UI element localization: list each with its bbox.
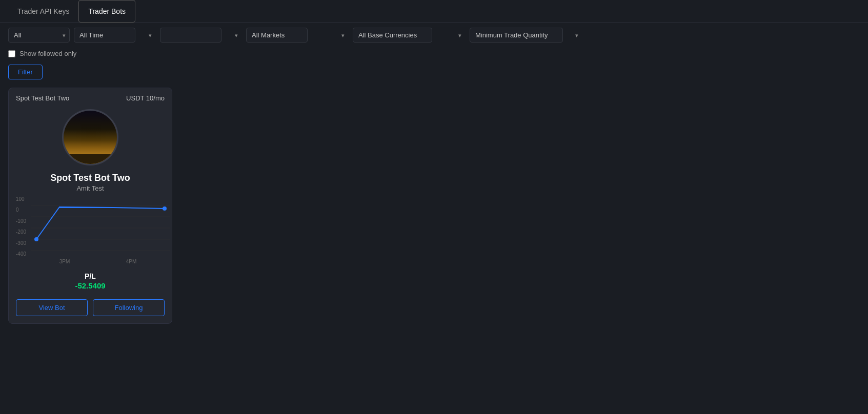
chart-y-labels: 100 0 -100 -200 -300 -400 [16, 196, 26, 257]
tab-trader-bots[interactable]: Trader Bots [78, 0, 135, 23]
chart-svg [31, 196, 170, 255]
card-bot-name-top: Spot Test Bot Two [16, 94, 69, 102]
base-currencies-filter[interactable]: All Base Currencies BTC ETH USDT [353, 28, 432, 43]
y-label-neg200: -200 [16, 229, 26, 235]
y-label-neg400: -400 [16, 251, 26, 257]
card-footer: View Bot Following [9, 294, 172, 323]
filter-button[interactable]: Filter [8, 65, 43, 79]
type-filter-wrapper: All Spot Futures [8, 28, 70, 43]
search-filter[interactable] [160, 28, 221, 43]
pl-label: P/L [16, 272, 165, 280]
x-label-3pm: 3PM [59, 259, 70, 264]
chart-svg-wrapper [31, 196, 165, 258]
card-price: USDT 10/mo [126, 94, 165, 102]
base-currencies-filter-wrapper: All Base Currencies BTC ETH USDT [353, 28, 466, 43]
show-followed-row: Show followed only [0, 48, 868, 61]
tab-trader-api-keys[interactable]: Trader API Keys [8, 0, 78, 23]
time-filter-wrapper: All Time Today This Week This Month [74, 28, 156, 43]
chart-end-dot [163, 206, 167, 211]
markets-filter-wrapper: All Markets BTC/USDT ETH/USDT [246, 28, 349, 43]
chart-start-dot [34, 237, 38, 241]
markets-filter[interactable]: All Markets BTC/USDT ETH/USDT [246, 28, 308, 43]
following-button[interactable]: Following [93, 299, 165, 316]
chart-line [36, 207, 165, 239]
filter-btn-row: Filter [0, 61, 868, 88]
view-bot-button[interactable]: View Bot [16, 299, 88, 316]
min-trade-qty-filter[interactable]: Minimum Trade Quantity [470, 28, 563, 43]
top-nav: Trader API Keys Trader Bots [0, 0, 868, 23]
show-followed-label: Show followed only [19, 50, 76, 57]
pl-value: -52.5409 [16, 280, 165, 291]
chart-x-labels: 3PM 4PM [16, 258, 165, 264]
avatar-image [64, 109, 117, 165]
card-avatar-area [9, 106, 172, 170]
bot-card: Spot Test Bot Two USDT 10/mo Spot Test B… [8, 88, 172, 324]
x-label-4pm: 4PM [126, 259, 137, 264]
card-chart: 100 0 -100 -200 -300 -400 [9, 196, 172, 268]
y-label-0: 0 [16, 207, 26, 213]
filter-bar: All Spot Futures All Time Today This Wee… [0, 23, 868, 48]
y-label-neg300: -300 [16, 240, 26, 246]
search-filter-wrapper [160, 28, 242, 43]
min-trade-qty-wrapper: Minimum Trade Quantity [470, 28, 582, 43]
cards-container: Spot Test Bot Two USDT 10/mo Spot Test B… [0, 88, 868, 324]
show-followed-checkbox[interactable] [8, 50, 15, 57]
time-filter[interactable]: All Time Today This Week This Month [74, 28, 135, 43]
card-subtitle: Amit Test [9, 184, 172, 196]
y-label-neg100: -100 [16, 218, 26, 224]
card-title: Spot Test Bot Two [9, 170, 172, 184]
y-label-100: 100 [16, 196, 26, 202]
type-filter[interactable]: All Spot Futures [8, 28, 70, 43]
avatar [62, 109, 118, 165]
card-header: Spot Test Bot Two USDT 10/mo [9, 88, 172, 106]
pl-section: P/L -52.5409 [9, 268, 172, 294]
